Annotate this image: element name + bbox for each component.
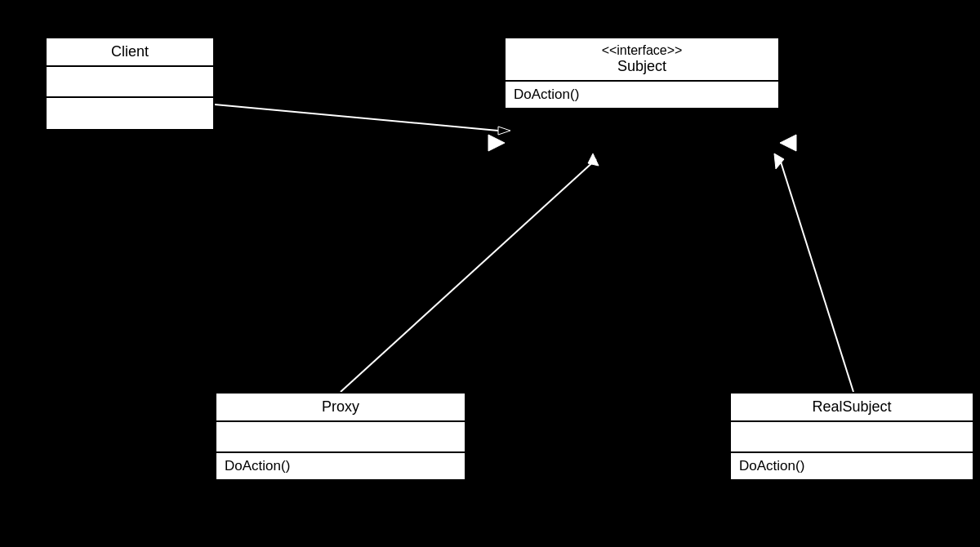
client-class-name: Client [47, 38, 213, 67]
svg-marker-5 [774, 153, 784, 169]
realsubject-class-name: RealSubject [731, 394, 973, 422]
subject-class: <<interface>> Subject DoAction() [504, 37, 780, 109]
subject-class-name: <<interface>> Subject [506, 38, 778, 82]
svg-line-2 [341, 159, 596, 392]
realsubject-class: RealSubject DoAction() [729, 392, 974, 481]
svg-line-4 [780, 159, 853, 392]
svg-line-0 [215, 105, 498, 131]
client-class: Client [45, 37, 215, 131]
proxy-fields-section [216, 422, 465, 453]
svg-marker-6 [488, 135, 505, 151]
svg-marker-3 [588, 153, 599, 166]
proxy-doaction-method: DoAction() [216, 453, 465, 479]
svg-marker-1 [498, 127, 510, 135]
client-fields-section [47, 67, 213, 98]
svg-marker-7 [780, 135, 796, 151]
subject-stereotype: <<interface>> [514, 43, 770, 58]
realsubject-doaction-method: DoAction() [731, 453, 973, 479]
client-methods-section [47, 98, 213, 129]
proxy-class-name: Proxy [216, 394, 465, 422]
uml-diagram: Client <<interface>> Subject DoAction() … [0, 0, 980, 547]
realsubject-fields-section [731, 422, 973, 453]
proxy-class: Proxy DoAction() [215, 392, 466, 481]
subject-doaction-method: DoAction() [506, 82, 778, 108]
